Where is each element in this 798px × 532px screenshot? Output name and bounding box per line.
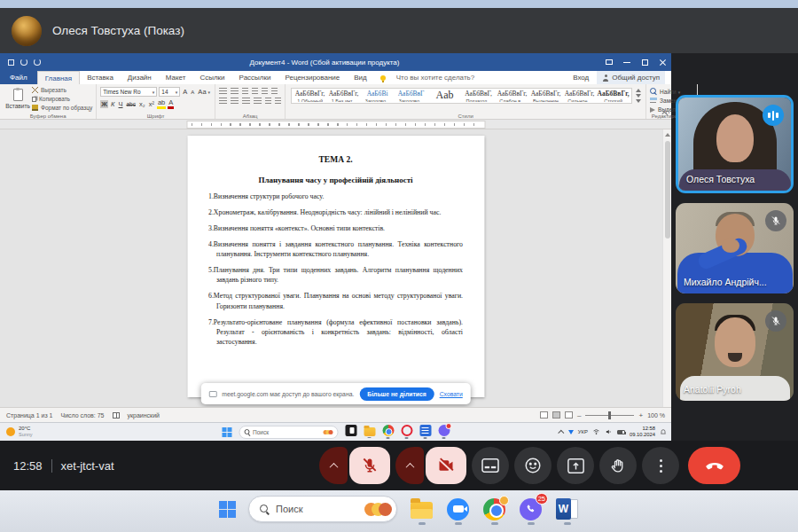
tab-home[interactable]: Главная [37, 71, 80, 84]
style-subtitle[interactable]: АаБбВвГ,Подзагол... [462, 90, 495, 102]
chrome-button[interactable] [382, 425, 394, 439]
ruler[interactable] [0, 120, 671, 129]
mic-mute-button[interactable] [349, 447, 390, 484]
style-intense-emphasis[interactable]: АаБбВвГг,Сильное... [563, 90, 596, 102]
tab-insert[interactable]: Вставка [80, 71, 121, 84]
participant-tile-anatolii[interactable]: Anatolii Pyroh [676, 303, 794, 401]
camera-options-button[interactable] [395, 447, 424, 484]
mic-options-button[interactable] [319, 447, 348, 484]
highlight-button[interactable]: ab [157, 98, 166, 109]
restore-button[interactable] [636, 53, 653, 71]
page-indicator[interactable]: Страница 1 из 1 [6, 412, 52, 419]
undo-icon[interactable] [20, 59, 27, 66]
office-button[interactable] [419, 425, 431, 439]
zoom-slider-thumb[interactable] [608, 411, 611, 419]
decrease-indent-icon[interactable] [252, 88, 258, 95]
taskbar-search[interactable]: Поиск [239, 426, 338, 439]
style-title[interactable]: AabЗаголовок [428, 90, 461, 102]
numbering-icon[interactable] [231, 88, 239, 95]
tab-view[interactable]: Вид [347, 71, 373, 84]
zoom-slider[interactable] [585, 415, 634, 416]
explorer-button[interactable] [410, 497, 434, 520]
zoom-out-button[interactable]: – [577, 411, 581, 419]
bullets-icon[interactable] [219, 88, 227, 95]
subscript-button[interactable]: x₂ [138, 100, 146, 108]
line-spacing-icon[interactable] [265, 98, 271, 105]
cut-button[interactable]: Вырезать [32, 87, 92, 93]
ribbon-display-button[interactable] [600, 53, 618, 71]
style-emphasis[interactable]: АаБбВвГг,Выделение [529, 90, 562, 102]
zoom-in-button[interactable]: + [638, 411, 643, 419]
format-painter-button[interactable]: Формат по образцу [32, 105, 92, 111]
sort-icon[interactable] [271, 88, 278, 95]
style-subtle-emphasis[interactable]: АаБбВвГг,Слабое в... [496, 90, 528, 102]
participant-tile-mykhailo[interactable]: Михайло Андрійч... [676, 203, 794, 293]
redo-icon[interactable] [34, 59, 41, 66]
word-count[interactable]: Число слов: 75 [60, 412, 104, 419]
opera-button[interactable] [401, 425, 412, 439]
multilevel-list-icon[interactable] [242, 88, 248, 95]
speaker-icon[interactable] [605, 428, 613, 435]
tray-overflow-icon[interactable] [558, 429, 564, 435]
viber-button[interactable] [438, 425, 450, 439]
align-center-icon[interactable] [231, 98, 239, 105]
battery-icon[interactable] [617, 430, 625, 434]
style-no-spacing[interactable]: АаБбВвГг,1 Без инт... [327, 90, 360, 102]
style-heading2[interactable]: АаБбВвГЗаголово... [395, 90, 427, 102]
document-page[interactable]: ТЕМА 2. Планування часу у професійній ді… [187, 136, 484, 397]
chrome-button[interactable] [482, 497, 506, 520]
close-button[interactable] [653, 53, 671, 71]
strikethrough-button[interactable]: abc [126, 101, 137, 107]
weather-widget[interactable]: 20°C Sunny [0, 426, 33, 438]
copy-button[interactable]: Копировать [32, 96, 92, 102]
paste-button[interactable]: Вставить [4, 86, 32, 112]
find-button[interactable]: Найти [650, 88, 693, 95]
share-button[interactable]: Общий доступ [597, 71, 665, 84]
sign-in-link[interactable]: Вход [573, 74, 589, 82]
print-layout-icon[interactable] [552, 411, 560, 419]
borders-icon[interactable] [275, 98, 281, 105]
align-left-icon[interactable] [219, 98, 227, 105]
underline-button[interactable]: Ч [118, 100, 124, 108]
web-layout-icon[interactable] [565, 411, 573, 419]
increase-indent-icon[interactable] [262, 88, 268, 95]
grow-font-button[interactable]: А [182, 88, 188, 96]
bold-button[interactable]: Ж [100, 100, 108, 108]
start-button[interactable] [219, 501, 236, 518]
italic-button[interactable]: К [110, 100, 115, 108]
zoom-button[interactable] [446, 497, 470, 520]
style-normal[interactable]: АаБбВвГг,1 Обычный [293, 90, 326, 102]
font-color-button[interactable]: А [168, 98, 174, 109]
wifi-icon[interactable] [592, 428, 600, 435]
start-button[interactable] [222, 427, 231, 437]
reactions-button[interactable] [514, 447, 552, 484]
word-button[interactable]: W [555, 497, 579, 520]
participant-tile-olesia[interactable]: Олеся Товстуха [676, 95, 794, 193]
superscript-button[interactable]: x² [148, 100, 155, 108]
tab-references[interactable]: Ссылки [192, 71, 231, 84]
vertical-scrollbar[interactable] [662, 129, 671, 407]
align-right-icon[interactable] [242, 98, 250, 105]
stop-sharing-button[interactable]: Більше не ділитися [359, 387, 434, 401]
zoom-level[interactable]: 100 % [647, 412, 665, 419]
save-icon[interactable] [8, 59, 14, 66]
minimize-button[interactable] [618, 53, 636, 71]
styles-gallery-scroll[interactable] [634, 88, 642, 104]
tab-file[interactable]: Файл [0, 71, 37, 84]
style-strong[interactable]: АаБбВвГг,Строгий [597, 90, 630, 102]
language-switcher[interactable]: УКР [578, 429, 588, 434]
explorer-button[interactable] [364, 426, 375, 439]
raise-hand-button[interactable] [599, 447, 637, 484]
style-heading1[interactable]: АаБбВіЗаголово... [361, 90, 394, 102]
captions-button[interactable] [472, 447, 509, 484]
tab-design[interactable]: Дизайн [121, 71, 159, 84]
taskbar-search[interactable]: Поиск [248, 496, 397, 522]
tell-me-box[interactable]: Что вы хотите сделать? [389, 71, 481, 84]
change-case-button[interactable]: Аа [197, 88, 211, 96]
present-button[interactable] [557, 447, 594, 484]
proofing-icon[interactable] [113, 412, 120, 419]
download-arrow-icon[interactable] [568, 430, 574, 434]
scrollbar-thumb[interactable] [665, 141, 670, 239]
shrink-font-button[interactable]: А [190, 90, 195, 95]
font-family-select[interactable]: Times New Ro [100, 87, 157, 97]
